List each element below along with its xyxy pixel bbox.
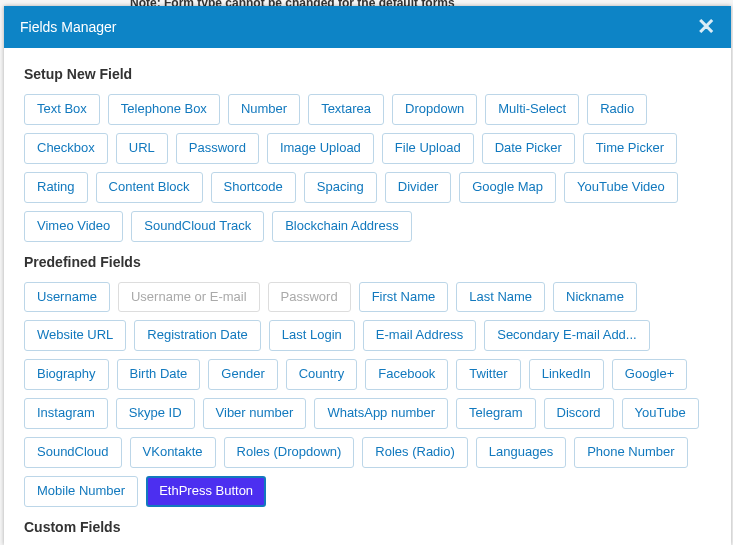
field-pill-label: Username or E-mail xyxy=(131,289,247,304)
field-pill-label: Gender xyxy=(221,366,264,381)
field-pill-label: Discord xyxy=(557,405,601,420)
field-pill-label: Twitter xyxy=(469,366,507,381)
field-pill-nickname[interactable]: Nickname xyxy=(553,282,637,313)
modal-header: Fields Manager ✕ xyxy=(4,6,731,48)
field-pill-birth-date[interactable]: Birth Date xyxy=(117,359,201,390)
field-pill-registration-date[interactable]: Registration Date xyxy=(134,320,260,351)
field-pill-label: Viber number xyxy=(216,405,294,420)
field-pill-image-upload[interactable]: Image Upload xyxy=(267,133,374,164)
field-pill-facebook[interactable]: Facebook xyxy=(365,359,448,390)
field-pill-website-url[interactable]: Website URL xyxy=(24,320,126,351)
field-pill-last-name[interactable]: Last Name xyxy=(456,282,545,313)
field-pill-password[interactable]: Password xyxy=(176,133,259,164)
field-pill-telegram[interactable]: Telegram xyxy=(456,398,535,429)
field-pill-label: Nickname xyxy=(566,289,624,304)
field-pill-twitter[interactable]: Twitter xyxy=(456,359,520,390)
field-pill-linkedin[interactable]: LinkedIn xyxy=(529,359,604,390)
field-pill-roles-radio[interactable]: Roles (Radio) xyxy=(362,437,467,468)
field-pill-shortcode[interactable]: Shortcode xyxy=(211,172,296,203)
field-pill-soundcloud-track[interactable]: SoundCloud Track xyxy=(131,211,264,242)
field-pill-youtube-video[interactable]: YouTube Video xyxy=(564,172,678,203)
field-pill-password: Password xyxy=(268,282,351,313)
field-pill-label: Google+ xyxy=(625,366,675,381)
field-pill-label: Registration Date xyxy=(147,327,247,342)
field-pill-telephone-box[interactable]: Telephone Box xyxy=(108,94,220,125)
field-pill-instagram[interactable]: Instagram xyxy=(24,398,108,429)
field-pill-file-upload[interactable]: File Upload xyxy=(382,133,474,164)
field-pill-label: Facebook xyxy=(378,366,435,381)
field-pill-discord[interactable]: Discord xyxy=(544,398,614,429)
field-pill-biography[interactable]: Biography xyxy=(24,359,109,390)
field-pill-label: YouTube Video xyxy=(577,179,665,194)
field-pill-last-login[interactable]: Last Login xyxy=(269,320,355,351)
field-pill-google[interactable]: Google+ xyxy=(612,359,688,390)
field-pill-label: Last Name xyxy=(469,289,532,304)
setup-new-field-heading: Setup New Field xyxy=(24,66,711,82)
field-pill-vkontakte[interactable]: VKontakte xyxy=(130,437,216,468)
field-pill-secondary-e-mail-add[interactable]: Secondary E-mail Add... xyxy=(484,320,649,351)
field-pill-label: First Name xyxy=(372,289,436,304)
fields-manager-modal: Fields Manager ✕ Setup New Field Text Bo… xyxy=(4,6,731,545)
field-pill-label: Number xyxy=(241,101,287,116)
field-pill-youtube[interactable]: YouTube xyxy=(622,398,699,429)
field-pill-label: Radio xyxy=(600,101,634,116)
field-pill-label: Blockchain Address xyxy=(285,218,398,233)
field-pill-label: Secondary E-mail Add... xyxy=(497,327,636,342)
field-pill-first-name[interactable]: First Name xyxy=(359,282,449,313)
field-pill-label: Skype ID xyxy=(129,405,182,420)
field-pill-phone-number[interactable]: Phone Number xyxy=(574,437,687,468)
field-pill-label: WhatsApp number xyxy=(327,405,435,420)
field-pill-label: Multi-Select xyxy=(498,101,566,116)
field-pill-label: Telegram xyxy=(469,405,522,420)
field-pill-label: Shortcode xyxy=(224,179,283,194)
field-pill-vimeo-video[interactable]: Vimeo Video xyxy=(24,211,123,242)
field-pill-rating[interactable]: Rating xyxy=(24,172,88,203)
field-pill-label: E-mail Address xyxy=(376,327,463,342)
field-pill-label: Languages xyxy=(489,444,553,459)
field-pill-google-map[interactable]: Google Map xyxy=(459,172,556,203)
field-pill-skype-id[interactable]: Skype ID xyxy=(116,398,195,429)
field-pill-checkbox[interactable]: Checkbox xyxy=(24,133,108,164)
field-pill-viber-number[interactable]: Viber number xyxy=(203,398,307,429)
field-pill-label: Telephone Box xyxy=(121,101,207,116)
field-pill-label: Country xyxy=(299,366,345,381)
field-pill-dropdown[interactable]: Dropdown xyxy=(392,94,477,125)
field-pill-languages[interactable]: Languages xyxy=(476,437,566,468)
field-pill-spacing[interactable]: Spacing xyxy=(304,172,377,203)
field-pill-url[interactable]: URL xyxy=(116,133,168,164)
field-pill-country[interactable]: Country xyxy=(286,359,358,390)
field-pill-label: LinkedIn xyxy=(542,366,591,381)
field-pill-mobile-number[interactable]: Mobile Number xyxy=(24,476,138,507)
field-pill-time-picker[interactable]: Time Picker xyxy=(583,133,677,164)
field-pill-content-block[interactable]: Content Block xyxy=(96,172,203,203)
field-pill-ethpress-button[interactable]: EthPress Button xyxy=(146,476,266,507)
field-pill-text-box[interactable]: Text Box xyxy=(24,94,100,125)
field-pill-divider[interactable]: Divider xyxy=(385,172,451,203)
field-pill-label: Roles (Dropdown) xyxy=(237,444,342,459)
field-pill-label: Vimeo Video xyxy=(37,218,110,233)
field-pill-username[interactable]: Username xyxy=(24,282,110,313)
field-pill-radio[interactable]: Radio xyxy=(587,94,647,125)
field-pill-e-mail-address[interactable]: E-mail Address xyxy=(363,320,476,351)
field-pill-date-picker[interactable]: Date Picker xyxy=(482,133,575,164)
field-pill-blockchain-address[interactable]: Blockchain Address xyxy=(272,211,411,242)
field-pill-whatsapp-number[interactable]: WhatsApp number xyxy=(314,398,448,429)
field-pill-roles-dropdown[interactable]: Roles (Dropdown) xyxy=(224,437,355,468)
field-pill-label: SoundCloud Track xyxy=(144,218,251,233)
field-pill-label: Checkbox xyxy=(37,140,95,155)
custom-fields-heading: Custom Fields xyxy=(24,519,711,535)
field-pill-gender[interactable]: Gender xyxy=(208,359,277,390)
field-pill-textarea[interactable]: Textarea xyxy=(308,94,384,125)
field-pill-label: Textarea xyxy=(321,101,371,116)
predefined-fields-group: UsernameUsername or E-mailPasswordFirst … xyxy=(24,282,711,507)
field-pill-label: Google Map xyxy=(472,179,543,194)
field-pill-soundcloud[interactable]: SoundCloud xyxy=(24,437,122,468)
close-icon[interactable]: ✕ xyxy=(697,16,715,38)
field-pill-label: Text Box xyxy=(37,101,87,116)
field-pill-number[interactable]: Number xyxy=(228,94,300,125)
predefined-fields-heading: Predefined Fields xyxy=(24,254,711,270)
field-pill-label: Birth Date xyxy=(130,366,188,381)
field-pill-multi-select[interactable]: Multi-Select xyxy=(485,94,579,125)
field-pill-label: VKontakte xyxy=(143,444,203,459)
setup-fields-group: Text BoxTelephone BoxNumberTextareaDropd… xyxy=(24,94,711,242)
